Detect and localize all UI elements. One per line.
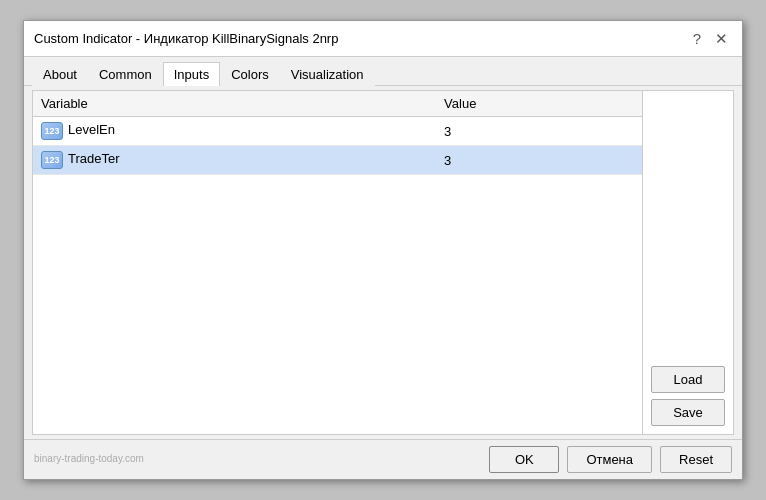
dialog-window: Custom Indicator - Индикатор KillBinaryS… bbox=[23, 20, 743, 480]
variable-name: LevelEn bbox=[68, 122, 115, 137]
table-cell-variable: 123TradeTer bbox=[33, 146, 436, 175]
table-row[interactable]: 123LevelEn3 bbox=[33, 117, 642, 146]
close-button[interactable]: ✕ bbox=[711, 31, 732, 46]
table-header-row: Variable Value bbox=[33, 91, 642, 117]
tab-colors[interactable]: Colors bbox=[220, 62, 280, 86]
watermark: binary-trading-today.com bbox=[34, 453, 154, 466]
content-area: Variable Value 123LevelEn3123TradeTer3 L… bbox=[32, 90, 734, 435]
load-button[interactable]: Load bbox=[651, 366, 725, 393]
reset-button[interactable]: Reset bbox=[660, 446, 732, 473]
side-buttons-panel: Load Save bbox=[643, 91, 733, 434]
cancel-button[interactable]: Отмена bbox=[567, 446, 652, 473]
title-bar-controls: ? ✕ bbox=[689, 31, 732, 46]
col-header-variable: Variable bbox=[33, 91, 436, 117]
ok-button[interactable]: OK bbox=[489, 446, 559, 473]
table-cell-variable: 123LevelEn bbox=[33, 117, 436, 146]
variable-type-icon: 123 bbox=[41, 122, 63, 140]
title-bar: Custom Indicator - Индикатор KillBinaryS… bbox=[24, 21, 742, 57]
variable-type-icon: 123 bbox=[41, 151, 63, 169]
table-area: Variable Value 123LevelEn3123TradeTer3 bbox=[33, 91, 643, 434]
variable-name: TradeTer bbox=[68, 151, 120, 166]
bottom-bar: binary-trading-today.com OK Отмена Reset bbox=[24, 439, 742, 479]
tab-inputs[interactable]: Inputs bbox=[163, 62, 220, 86]
col-header-value: Value bbox=[436, 91, 642, 117]
tab-bar: About Common Inputs Colors Visualization bbox=[24, 57, 742, 86]
tab-about[interactable]: About bbox=[32, 62, 88, 86]
tab-common[interactable]: Common bbox=[88, 62, 163, 86]
table-cell-value: 3 bbox=[436, 146, 642, 175]
table-row[interactable]: 123TradeTer3 bbox=[33, 146, 642, 175]
inputs-table: Variable Value 123LevelEn3123TradeTer3 bbox=[33, 91, 642, 175]
window-title: Custom Indicator - Индикатор KillBinaryS… bbox=[34, 31, 338, 46]
help-button[interactable]: ? bbox=[689, 31, 705, 46]
bottom-buttons: OK Отмена Reset bbox=[489, 446, 732, 473]
tab-visualization[interactable]: Visualization bbox=[280, 62, 375, 86]
table-cell-value: 3 bbox=[436, 117, 642, 146]
save-button[interactable]: Save bbox=[651, 399, 725, 426]
